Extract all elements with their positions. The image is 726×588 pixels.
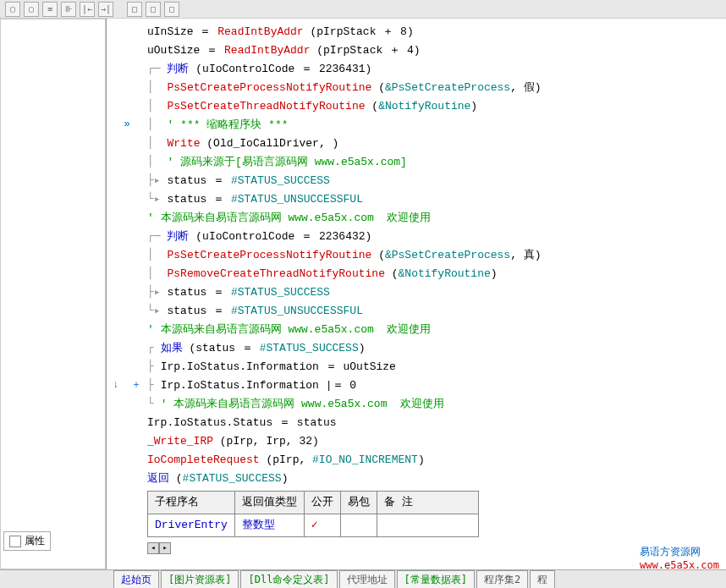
code-line[interactable]: ┌ 如果 (status ＝ #STATUS_SUCCESS) <box>147 338 726 357</box>
bottom-tabs: 起始页[图片资源表][Dll命令定义表]代理地址[常量数据表]程序集2程 <box>0 569 726 588</box>
tree-prefix: │ <box>147 155 167 168</box>
table-header-row: 子程序名 返回值类型 公开 易包 备 注 <box>148 492 479 514</box>
code-line[interactable]: Irp.IoStatus.Status ＝ status <box>147 413 726 431</box>
main-area: 属性 uInSize ＝ ReadIntByAddr (pIrpStack ＋ … <box>0 19 726 569</box>
tree-prefix: ├▸ <box>147 173 167 186</box>
tab-代理地址[interactable]: 代理地址 <box>339 570 395 589</box>
subroutine-table: 子程序名 返回值类型 公开 易包 备 注 DriverEntry 整数型 ✓ <box>147 491 479 537</box>
properties-tab[interactable]: 属性 <box>3 531 51 551</box>
code-line[interactable]: »│ ' *** 缩略程序块 *** <box>147 115 726 134</box>
tree-prefix: │ <box>147 118 167 130</box>
left-panel: 属性 <box>0 19 107 569</box>
tree-prefix: └▸ <box>147 304 167 316</box>
toolbar: ▢ ▢ ≡ ⊪ |← →| □ □ □ <box>0 0 726 19</box>
table-row[interactable]: DriverEntry 整数型 ✓ <box>148 514 479 537</box>
toolbar-icon-8[interactable]: □ <box>146 2 161 17</box>
tree-prefix: └ <box>147 397 161 409</box>
cell-remark <box>377 514 478 537</box>
tree-prefix: ├ <box>147 360 161 372</box>
tree-prefix: │ <box>147 80 167 93</box>
code-line[interactable]: ├ Irp.IoStatus.Information ＝ uOutSize <box>147 357 726 376</box>
code-line[interactable]: │ PsSetCreateProcessNotifyRoutine (&PsSe… <box>147 245 726 264</box>
properties-icon <box>9 536 21 547</box>
code-line[interactable]: uOutSize ＝ ReadIntByAddr (pIrpStack ＋ 4) <box>147 41 726 59</box>
code-line[interactable]: ' 本源码来自易语言源码网 www.e5a5x.com 欢迎使用 <box>147 320 726 338</box>
code-line[interactable]: └▸ status ＝ #STATUS_UNSUCCESSFUL <box>147 301 726 320</box>
cell-easypack <box>340 514 377 537</box>
toolbar-icon-2[interactable]: ▢ <box>24 2 39 17</box>
watermark: 易语方资源网 www.e5a5x.com <box>640 545 719 571</box>
tree-prefix: │ <box>147 136 167 149</box>
toolbar-icon-9[interactable]: □ <box>164 2 179 17</box>
tree-prefix: └▸ <box>147 192 167 205</box>
col-remark: 备 注 <box>377 492 478 514</box>
tab-起始页[interactable]: 起始页 <box>113 570 159 589</box>
code-line[interactable]: ' 本源码来自易语言源码网 www.e5a5x.com 欢迎使用 <box>147 208 726 227</box>
tree-prefix: ┌ <box>147 341 161 354</box>
code-line[interactable]: │ ' 源码来源于[易语言源码网 www.e5a5x.com] <box>147 152 726 171</box>
properties-label: 属性 <box>25 534 45 548</box>
code-line[interactable]: │ Write (Old_IoCallDriver, ) <box>147 134 726 152</box>
cell-public: ✓ <box>304 514 340 537</box>
code-line[interactable]: │ PsSetCreateProcessNotifyRoutine (&PsSe… <box>147 78 726 96</box>
tree-prefix: │ <box>147 248 167 261</box>
col-easypack: 易包 <box>340 492 377 514</box>
gutter-marker[interactable]: » <box>110 115 144 134</box>
tree-prefix: │ <box>147 267 167 279</box>
code-line[interactable]: uInSize ＝ ReadIntByAddr (pIrpStack ＋ 8) <box>147 22 726 41</box>
gutter-marker[interactable]: ↓ ＋ <box>110 376 144 394</box>
tree-prefix: ├ <box>147 378 161 391</box>
toolbar-icon-1[interactable]: ▢ <box>5 2 20 17</box>
tree-prefix: │ <box>147 99 167 112</box>
tree-prefix: ┌─ <box>147 229 167 242</box>
cell-name: DriverEntry <box>148 514 235 537</box>
code-line[interactable]: ├▸ status ＝ #STATUS_SUCCESS <box>147 283 726 301</box>
scroll-right-icon[interactable]: ▸ <box>159 542 171 554</box>
tab-常量数据表[interactable]: [常量数据表] <box>397 570 475 589</box>
code-line[interactable]: └▸ status ＝ #STATUS_UNSUCCESSFUL <box>147 190 726 208</box>
tab-程[interactable]: 程 <box>530 570 555 589</box>
scroll-left-icon[interactable]: ◂ <box>147 542 159 554</box>
toolbar-icon-7[interactable]: □ <box>127 2 142 17</box>
code-line[interactable]: │ PsRemoveCreateThreadNotifyRoutine (&No… <box>147 264 726 283</box>
tab-Dll命令定义表[interactable]: [Dll命令定义表] <box>240 570 337 589</box>
toolbar-icon-4[interactable]: ⊪ <box>61 2 76 17</box>
tab-图片资源表[interactable]: [图片资源表] <box>161 570 239 589</box>
cell-return: 整数型 <box>234 514 304 537</box>
code-line[interactable]: │ PsSetCreateThreadNotifyRoutine (&Notif… <box>147 96 726 115</box>
col-name: 子程序名 <box>148 492 235 514</box>
col-public: 公开 <box>304 492 340 514</box>
toolbar-icon-5[interactable]: |← <box>80 2 95 17</box>
code-line[interactable]: ┌─ 判断 (uIoControlCode ＝ 2236431) <box>147 59 726 78</box>
code-line[interactable]: _Write_IRP (pIrp, Irp, 32) <box>147 431 726 450</box>
code-line[interactable]: ├▸ status ＝ #STATUS_SUCCESS <box>147 171 726 190</box>
toolbar-icon-6[interactable]: →| <box>98 2 113 17</box>
code-line[interactable]: 返回 (#STATUS_SUCCESS) <box>147 469 726 487</box>
col-return: 返回值类型 <box>234 492 304 514</box>
tree-prefix: ├▸ <box>147 285 167 298</box>
code-line[interactable]: IoCompleteRequest (pIrp, #IO_NO_INCREMEN… <box>147 450 726 469</box>
code-editor[interactable]: uInSize ＝ ReadIntByAddr (pIrpStack ＋ 8)u… <box>107 19 726 569</box>
code-line[interactable]: ↓ ＋├ Irp.IoStatus.Information |＝ 0 <box>147 376 726 394</box>
tree-prefix: ┌─ <box>147 62 167 74</box>
code-line[interactable]: ┌─ 判断 (uIoControlCode ＝ 2236432) <box>147 227 726 245</box>
tab-程序集2[interactable]: 程序集2 <box>476 570 528 589</box>
checkmark-icon: ✓ <box>311 519 318 531</box>
code-line[interactable]: └ ' 本源码来自易语言源码网 www.e5a5x.com 欢迎使用 <box>147 394 726 413</box>
toolbar-icon-3[interactable]: ≡ <box>42 2 58 17</box>
